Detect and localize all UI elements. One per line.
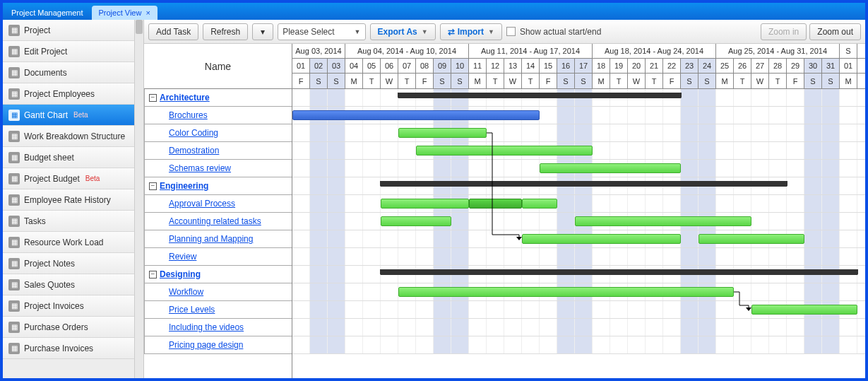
task-name-link[interactable]: Color Coding — [169, 128, 218, 138]
task-name-link[interactable]: Review — [169, 252, 196, 262]
task-bar[interactable] — [540, 163, 681, 173]
task-bar[interactable] — [575, 216, 751, 226]
dow-header: T — [487, 74, 504, 88]
collapse-icon[interactable]: − — [149, 182, 157, 190]
task-name-link[interactable]: Architecture — [160, 93, 210, 102]
close-icon[interactable]: × — [145, 8, 150, 17]
task-name-link[interactable]: Accounting related tasks — [169, 216, 261, 226]
task-row: Accounting related tasks — [145, 213, 292, 230]
sidebar-item-label: Budget sheet — [24, 153, 74, 163]
sidebar-item-label: Tasks — [24, 216, 46, 226]
summary-bar[interactable] — [381, 181, 787, 187]
day-header: 11 — [469, 59, 487, 73]
task-bar[interactable] — [522, 234, 681, 244]
day-header: 08 — [416, 59, 434, 73]
task-name-link[interactable]: Engineering — [160, 181, 208, 191]
day-header: 04 — [345, 59, 363, 73]
day-header: 09 — [434, 59, 451, 73]
refresh-button[interactable]: Refresh — [203, 23, 248, 40]
sidebar-item-project-invoices[interactable]: ▦Project Invoices — [3, 295, 134, 317]
task-name-link[interactable]: Brochures — [169, 110, 208, 120]
sidebar-item-resource-work-load[interactable]: ▦Resource Work Load — [3, 232, 134, 253]
sidebar-item-edit-project[interactable]: ▦Edit Project — [3, 41, 134, 62]
sidebar-item-project-employees[interactable]: ▦Project Employees — [3, 83, 134, 105]
task-row: Brochures — [145, 107, 292, 124]
sidebar-item-label: Project Budget — [24, 174, 80, 184]
nav-icon: ▦ — [8, 110, 20, 121]
export-as-button[interactable]: Export As▼ — [370, 23, 436, 40]
sidebar-item-label: Work Breakdown Structure — [24, 131, 125, 141]
day-header: 01 — [292, 59, 310, 73]
task-name-link[interactable]: Approval Process — [169, 199, 235, 209]
week-header: Aug 11, 2014 - Aug 17, 2014 — [469, 44, 593, 58]
week-header: Aug 03, 2014 — [292, 44, 345, 58]
sidebar-item-project-budget[interactable]: ▦Project BudgetBeta — [3, 168, 134, 189]
sidebar-item-purchase-orders[interactable]: ▦Purchase Orders — [3, 317, 134, 338]
day-header: 29 — [787, 59, 804, 73]
gantt-row — [292, 177, 865, 195]
tab-project-view[interactable]: Project View× — [92, 6, 157, 20]
dow-header: S — [681, 74, 698, 88]
add-task-button[interactable]: Add Task — [148, 23, 198, 40]
sidebar-item-purchase-invoices[interactable]: ▦Purchase Invoices — [3, 338, 134, 359]
window-tabs: Project ManagementProject View× — [3, 3, 865, 20]
zoom-out-button[interactable]: Zoom out — [809, 23, 861, 40]
day-header: 23 — [681, 59, 698, 73]
collapse-icon[interactable]: − — [149, 271, 157, 279]
task-name-link[interactable]: Planning and Mapping — [169, 234, 253, 244]
nav-icon: ▦ — [8, 152, 20, 163]
task-name-link[interactable]: Pricing page design — [169, 340, 243, 350]
dow-header: T — [610, 74, 628, 88]
task-name-link[interactable]: Including the videos — [169, 322, 244, 332]
day-header: 15 — [540, 59, 557, 73]
sidebar-item-employee-rate-history[interactable]: ▦Employee Rate History — [3, 189, 134, 211]
summary-bar[interactable] — [381, 269, 857, 275]
task-bar[interactable] — [416, 146, 593, 156]
sidebar-item-label: Project — [24, 25, 50, 35]
sidebar-item-sales-quotes[interactable]: ▦Sales Quotes — [3, 274, 134, 295]
sidebar-item-project[interactable]: ▦Project — [3, 20, 134, 41]
sidebar-scrollbar[interactable] — [134, 20, 143, 378]
task-row: Price Levels — [145, 301, 292, 319]
gantt-chart: Name −ArchitectureBrochuresColor CodingD… — [144, 44, 865, 378]
sidebar-item-work-breakdown-structure[interactable]: ▦Work Breakdown Structure — [3, 126, 134, 147]
dow-header: M — [840, 74, 857, 88]
task-bar[interactable] — [751, 305, 857, 315]
task-bar[interactable] — [698, 234, 804, 244]
task-bar[interactable] — [381, 199, 469, 209]
task-name-link[interactable]: Workflow — [169, 287, 203, 297]
gantt-row — [292, 336, 865, 354]
task-select[interactable]: Please Select▼ — [278, 23, 365, 40]
task-name-link[interactable]: Price Levels — [169, 305, 215, 315]
import-button[interactable]: ⇄Import▼ — [440, 23, 502, 40]
name-column-header: Name — [144, 44, 292, 89]
day-header: 19 — [610, 59, 628, 73]
collapse-icon[interactable]: − — [149, 94, 157, 102]
task-bar[interactable] — [381, 216, 451, 226]
sidebar-item-label: Gantt Chart — [24, 110, 68, 120]
task-bar[interactable] — [292, 110, 540, 120]
sidebar-item-budget-sheet[interactable]: ▦Budget sheet — [3, 147, 134, 168]
task-name-link[interactable]: Designing — [160, 269, 201, 279]
tab-project-management[interactable]: Project Management — [4, 6, 90, 20]
task-name-link[interactable]: Schemas review — [169, 163, 231, 173]
dow-header: M — [469, 74, 487, 88]
sidebar-item-project-notes[interactable]: ▦Project Notes — [3, 253, 134, 274]
task-bar[interactable] — [398, 128, 487, 138]
sidebar-item-tasks[interactable]: ▦Tasks — [3, 211, 134, 232]
task-bar[interactable] — [469, 199, 522, 209]
nav-icon: ▦ — [8, 216, 20, 227]
zoom-in-button[interactable]: Zoom in — [761, 23, 807, 40]
gantt-row — [292, 213, 865, 230]
sidebar-item-gantt-chart[interactable]: ▦Gantt ChartBeta — [3, 105, 134, 126]
task-name-link[interactable]: Demostration — [169, 146, 219, 156]
show-actual-checkbox[interactable] — [506, 27, 516, 36]
task-bar[interactable] — [522, 199, 557, 209]
filter-button[interactable]: ▾ — [252, 23, 273, 40]
sidebar-item-documents[interactable]: ▦Documents — [3, 62, 134, 83]
summary-bar[interactable] — [398, 93, 681, 98]
gantt-row — [292, 195, 865, 213]
task-bar[interactable] — [398, 287, 734, 297]
day-header: 01 — [840, 59, 857, 73]
day-header: 06 — [381, 59, 398, 73]
